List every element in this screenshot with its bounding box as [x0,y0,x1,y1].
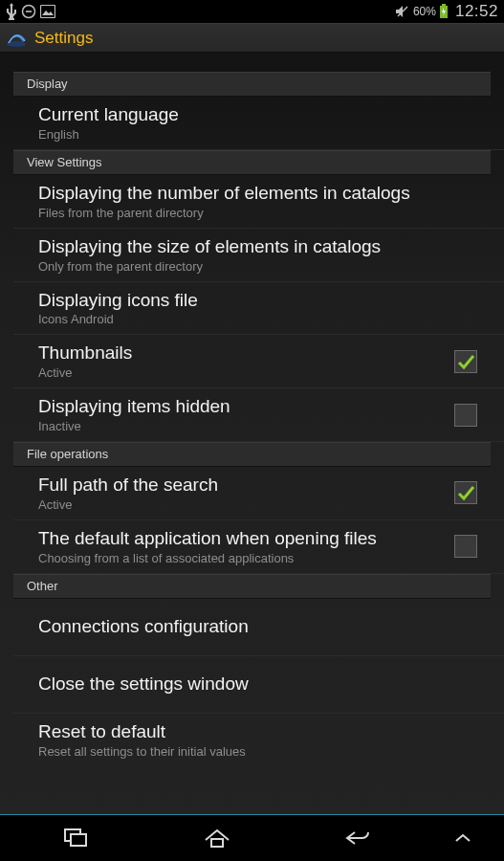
battery-icon [439,4,449,19]
settings-list[interactable]: Display Current language English View Se… [0,53,504,814]
item-sub: Active [38,497,447,512]
nav-expand-button[interactable] [427,815,498,861]
item-thumbnails[interactable]: Thumbnails Active [13,335,504,388]
battery-percent: 60% [413,5,436,18]
item-sub: Files from the parent directory [38,206,483,220]
item-icons-file[interactable]: Displaying icons file Icons Android [13,282,504,336]
usb-icon [6,3,17,20]
status-left-icons [6,3,55,20]
back-icon [343,828,372,848]
item-number-elements[interactable]: Displaying the number of elements in cat… [13,175,504,229]
item-sub: Active [38,365,447,380]
item-title: Displaying icons file [38,290,483,311]
checkbox-fullpath[interactable] [454,481,477,504]
item-connections[interactable]: Connections configuration [13,599,504,656]
mute-icon [395,5,410,18]
item-title: Close the settings window [38,673,483,695]
item-sub: Icons Android [38,312,483,326]
section-header-display: Display [13,72,491,97]
image-icon [40,5,55,18]
item-close[interactable]: Close the settings window [13,656,504,714]
nav-back-button[interactable] [287,815,427,861]
item-size-elements[interactable]: Displaying the size of elements in catal… [13,229,504,282]
item-title: Full path of the search [38,475,447,496]
chevron-up-icon [453,832,472,844]
status-bar: 60% 12:52 [0,0,504,23]
home-icon [203,828,231,849]
svg-rect-7 [442,4,446,6]
item-title: Displaying the number of elements in cat… [38,183,483,204]
svg-rect-2 [41,6,55,18]
recent-icon [63,828,90,849]
item-hidden[interactable]: Displaying items hidden Inactive [13,388,504,442]
nav-bar [0,814,504,861]
page-title: Settings [34,29,93,48]
svg-marker-3 [42,11,54,15]
section-header-file-operations: File operations [13,442,491,467]
svg-rect-1 [26,11,32,12]
item-sub: Only from the parent directory [38,259,483,274]
section-header-view-settings: View Settings [13,150,491,175]
section-header-other: Other [13,574,491,599]
status-right-icons: 60% 12:52 [395,2,498,21]
item-defaultapp[interactable]: The default application when opening fil… [13,520,504,574]
svg-rect-12 [211,839,223,847]
item-title: Current language [38,104,483,125]
item-fullpath[interactable]: Full path of the search Active [13,467,504,520]
checkbox-thumbnails[interactable] [454,350,477,373]
item-reset[interactable]: Reset to default Reset all settings to t… [13,714,504,766]
checkbox-defaultapp[interactable] [454,535,477,558]
item-sub: Reset all settings to their initial valu… [38,744,483,759]
sync-icon [21,4,36,19]
item-title: Displaying the size of elements in catal… [38,236,483,257]
item-title: Thumbnails [38,342,447,364]
item-sub: Choosing from a list of associated appli… [38,551,447,565]
item-sub: English [38,127,483,142]
item-current-language[interactable]: Current language English [13,97,504,150]
nav-home-button[interactable] [146,815,287,861]
item-title: Displaying items hidden [38,396,447,417]
title-bar: Settings [0,23,504,53]
checkbox-hidden[interactable] [454,404,477,427]
clock: 12:52 [455,2,498,21]
app-icon [6,29,27,48]
item-title: The default application when opening fil… [38,528,447,549]
item-title: Reset to default [38,721,483,742]
item-sub: Inactive [38,419,447,433]
item-title: Connections configuration [38,616,483,637]
svg-rect-11 [71,834,86,846]
nav-recent-button[interactable] [6,815,146,861]
